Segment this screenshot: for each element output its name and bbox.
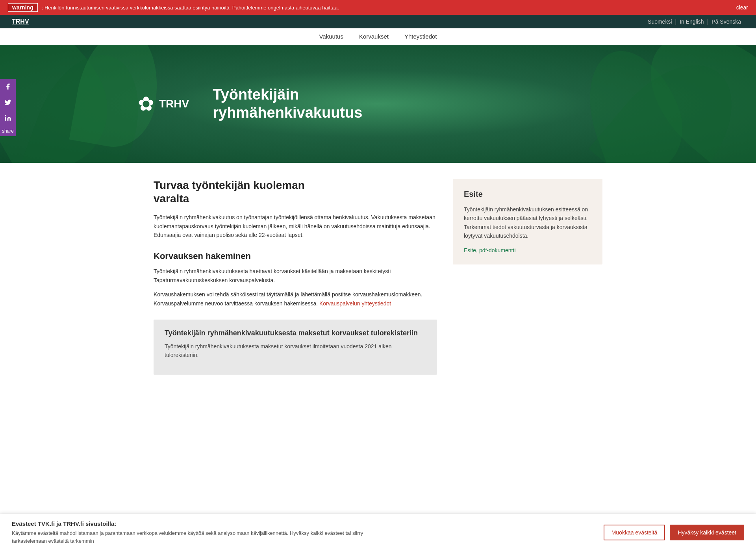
sidebar-card: Esite Työntekijäin ryhmähenkivakuutuksen… [453, 179, 602, 264]
lang-sv[interactable]: På Svenska [708, 18, 744, 25]
logo-flower-icon: ✿ [138, 92, 154, 115]
nav-yhteystiedot[interactable]: Yhteystiedot [397, 33, 445, 40]
hero-title: Työntekijäin ryhmähenkivakuutus [213, 86, 362, 122]
share-label[interactable]: share [0, 126, 16, 136]
brand-logo[interactable]: TRHV [12, 18, 29, 25]
hero-content: ✿ TRHV Työntekijäin ryhmähenkivakuutus [0, 86, 756, 122]
sidebar-title: Esite [464, 190, 591, 199]
warning-left: warning : Henkilön tunnistautumisen vaat… [8, 3, 339, 12]
warning-label: warning [8, 3, 38, 12]
main-heading: Turvaa työntekijän kuoleman varalta [154, 179, 437, 205]
yhteystiedot-link[interactable]: Korvauspalvelun yhteystiedot [319, 300, 391, 307]
clear-button[interactable]: clear [736, 4, 748, 11]
linkedin-icon[interactable] [0, 110, 16, 126]
sidebar-text: Työntekijäin ryhmähenkivakuutuksen esitt… [464, 205, 591, 240]
twitter-icon[interactable] [0, 94, 16, 110]
facebook-icon[interactable] [0, 79, 16, 94]
infobox-text: Työntekijäin ryhmähenkivakuutuksesta mak… [165, 342, 426, 360]
hero-section: ✿ TRHV Työntekijäin ryhmähenkivakuutus [0, 45, 756, 163]
nav-vakuutus[interactable]: Vakuutus [311, 33, 351, 40]
korvauksen-heading: Korvauksen hakeminen [154, 251, 437, 261]
hero-logo: ✿ TRHV [138, 92, 189, 115]
infobox-title: Työntekijäin ryhmähenkivakuutuksesta mak… [165, 329, 426, 337]
korvauksen-p2: Korvaushakemuksen voi tehdä sähköisesti … [154, 290, 437, 308]
intro-paragraph: Työntekijäin ryhmähenkivakuutus on työna… [154, 213, 437, 239]
content-area: Turvaa työntekijän kuoleman varalta Työn… [142, 163, 614, 390]
info-box: Työntekijäin ryhmähenkivakuutuksesta mak… [154, 320, 437, 375]
korvauksen-p1: Työntekijäin ryhmähenkivakuutuksesta hae… [154, 267, 437, 285]
nav-korvaukset[interactable]: Korvaukset [351, 33, 397, 40]
top-nav: TRHV Suomeksi | In English | På Svenska [0, 15, 756, 28]
warning-bar: warning : Henkilön tunnistautumisen vaat… [0, 0, 756, 15]
esite-link[interactable]: Esite, pdf-dokumentti [464, 247, 516, 253]
lang-fi[interactable]: Suomeksi [645, 18, 675, 25]
language-links: Suomeksi | In English | På Svenska [645, 18, 744, 25]
lang-en[interactable]: In English [676, 18, 707, 25]
social-sidebar: share [0, 79, 16, 136]
svg-point-0 [5, 115, 6, 116]
main-content: Turvaa työntekijän kuoleman varalta Työn… [154, 179, 437, 375]
hero-logo-text: TRHV [159, 98, 189, 110]
warning-message: : Henkilön tunnistautumisen vaativissa v… [42, 5, 339, 11]
main-nav: Vakuutus Korvaukset Yhteystiedot [0, 28, 756, 45]
